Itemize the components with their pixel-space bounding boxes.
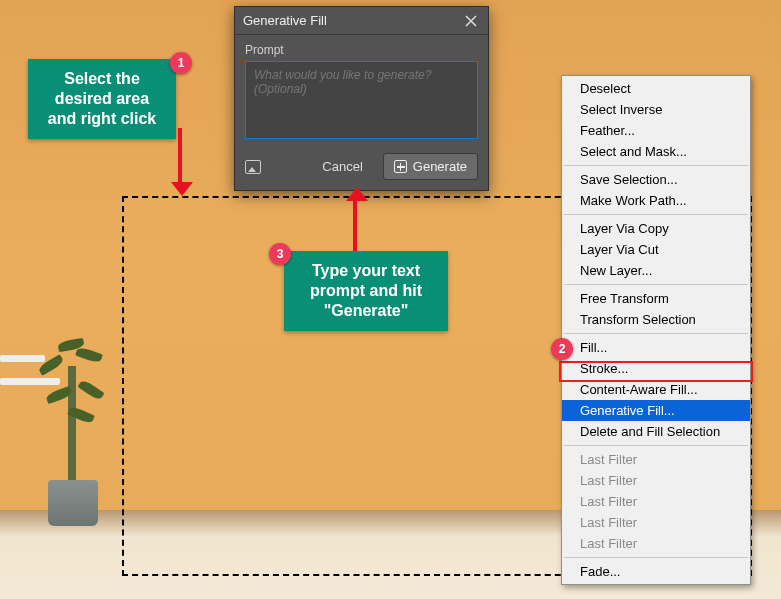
- menu-item[interactable]: Deselect: [562, 78, 750, 99]
- badge-3: 3: [269, 243, 291, 265]
- badge-1: 1: [170, 52, 192, 74]
- menu-item[interactable]: Fill...: [562, 337, 750, 358]
- menu-item: Last Filter: [562, 491, 750, 512]
- menu-item[interactable]: Select and Mask...: [562, 141, 750, 162]
- menu-separator: [564, 214, 748, 215]
- prompt-label: Prompt: [245, 43, 478, 57]
- callout-step3: Type your text prompt and hit "Generate": [284, 251, 448, 331]
- generative-fill-dialog: Generative Fill Prompt Cancel Generate: [234, 6, 489, 191]
- cancel-button[interactable]: Cancel: [312, 153, 372, 180]
- menu-item: Last Filter: [562, 449, 750, 470]
- prompt-input[interactable]: [245, 61, 478, 139]
- context-menu[interactable]: DeselectSelect InverseFeather...Select a…: [561, 75, 751, 585]
- menu-item[interactable]: Delete and Fill Selection: [562, 421, 750, 442]
- dialog-title: Generative Fill: [243, 13, 327, 28]
- menu-item: Last Filter: [562, 470, 750, 491]
- generate-button[interactable]: Generate: [383, 153, 478, 180]
- plant-pot: [48, 480, 98, 526]
- menu-item: Last Filter: [562, 512, 750, 533]
- plant-leaves: [38, 340, 108, 450]
- menu-item[interactable]: Generative Fill...: [562, 400, 750, 421]
- menu-item[interactable]: Feather...: [562, 120, 750, 141]
- menu-separator: [564, 165, 748, 166]
- dialog-titlebar[interactable]: Generative Fill: [235, 7, 488, 35]
- menu-item[interactable]: Stroke...: [562, 358, 750, 379]
- menu-item[interactable]: Select Inverse: [562, 99, 750, 120]
- menu-separator: [564, 284, 748, 285]
- generate-icon: [394, 160, 407, 173]
- menu-item[interactable]: Layer Via Cut: [562, 239, 750, 260]
- menu-item: Last Filter: [562, 533, 750, 554]
- menu-item[interactable]: Make Work Path...: [562, 190, 750, 211]
- menu-item[interactable]: Fade...: [562, 561, 750, 582]
- menu-separator: [564, 557, 748, 558]
- close-icon[interactable]: [462, 12, 480, 30]
- callout-step1: Select the desired area and right click: [28, 59, 176, 139]
- menu-item[interactable]: Layer Via Copy: [562, 218, 750, 239]
- gallery-icon[interactable]: [245, 160, 261, 174]
- menu-item[interactable]: Save Selection...: [562, 169, 750, 190]
- generate-button-label: Generate: [413, 159, 467, 174]
- menu-item[interactable]: New Layer...: [562, 260, 750, 281]
- menu-item[interactable]: Free Transform: [562, 288, 750, 309]
- badge-2: 2: [551, 338, 573, 360]
- menu-item[interactable]: Transform Selection: [562, 309, 750, 330]
- menu-separator: [564, 445, 748, 446]
- menu-separator: [564, 333, 748, 334]
- menu-item[interactable]: Content-Aware Fill...: [562, 379, 750, 400]
